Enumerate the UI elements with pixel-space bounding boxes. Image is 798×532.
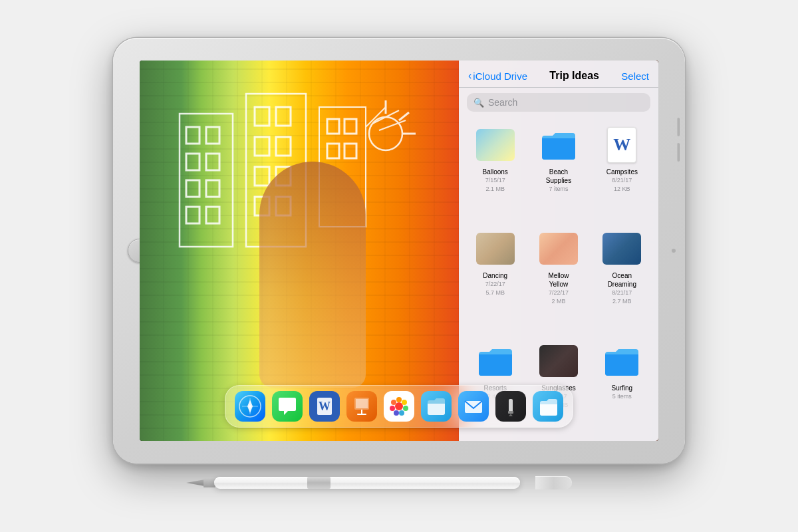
svg-rect-14 [255, 167, 269, 186]
svg-rect-5 [186, 180, 200, 197]
dock-app-photos[interactable] [384, 391, 414, 422]
svg-rect-40 [357, 414, 366, 415]
svg-rect-7 [186, 207, 200, 223]
svg-rect-4 [206, 154, 219, 170]
word-w-icon: W [613, 135, 630, 155]
svg-point-47 [390, 406, 395, 411]
balloons-meta: 7/15/172.1 MB [485, 176, 505, 193]
surfing-icon [602, 341, 642, 381]
svg-rect-51 [508, 411, 513, 414]
svg-rect-21 [327, 144, 339, 158]
svg-marker-52 [509, 414, 513, 416]
beach-supplies-name: BeachSupplies [546, 168, 571, 185]
dock: W [225, 385, 573, 428]
campsites-icon: W [602, 125, 642, 165]
dock-app-dark[interactable] [495, 391, 526, 422]
svg-point-44 [403, 406, 408, 411]
pencil-end-cap [535, 476, 572, 489]
svg-point-34 [249, 405, 251, 408]
mellow-photo [539, 233, 578, 265]
file-item-balloons[interactable]: Balloons 7/15/172.1 MB [466, 121, 525, 221]
files-header: ‹ iCloud Drive Trip Ideas Select [459, 61, 658, 88]
file-item-dancing[interactable]: Dancing 7/22/175.7 MB [466, 225, 525, 333]
volume-buttons [677, 118, 680, 162]
pencil-tip [186, 479, 205, 486]
icloud-drive-back[interactable]: ‹ iCloud Drive [468, 70, 527, 82]
svg-point-26 [369, 117, 402, 150]
svg-point-46 [394, 410, 399, 416]
svg-rect-19 [327, 119, 339, 134]
file-item-surfing[interactable]: Surfing 5 items [593, 337, 652, 437]
apple-pencil [173, 471, 572, 494]
campsites-meta: 8/21/1712 KB [612, 176, 632, 193]
dock-app-files[interactable] [421, 391, 452, 422]
dancing-thumbnail [475, 229, 515, 269]
svg-line-28 [399, 112, 409, 120]
scene: ‹ iCloud Drive Trip Ideas Select 🔍 Searc… [33, 7, 765, 525]
file-item-campsites[interactable]: W Campsites 8/21/1712 KB [593, 121, 652, 221]
file-item-mellow-yellow[interactable]: MellowYellow 7/22/172 MB [529, 225, 588, 333]
ipad-screen: ‹ iCloud Drive Trip Ideas Select 🔍 Searc… [140, 61, 658, 441]
beach-supplies-icon [539, 125, 579, 165]
svg-rect-8 [206, 207, 219, 223]
mellow-yellow-meta: 7/22/172 MB [549, 289, 569, 305]
folder-title: Trip Ideas [549, 70, 599, 82]
pencil-band [307, 477, 331, 489]
file-item-ocean-dreaming[interactable]: OceanDreaming 8/21/172.7 MB [593, 225, 652, 333]
dancing-photo [476, 233, 515, 265]
icloud-drive-label[interactable]: iCloud Drive [473, 70, 527, 82]
dock-app-keynote[interactable] [346, 391, 377, 422]
balloons-photo [476, 129, 515, 161]
svg-rect-20 [344, 119, 356, 134]
svg-rect-38 [356, 399, 368, 408]
svg-rect-3 [186, 154, 200, 170]
ocean-dreaming-name: OceanDreaming [608, 271, 636, 289]
campsites-name: Campsites [606, 168, 638, 176]
svg-rect-12 [255, 137, 269, 156]
svg-rect-6 [206, 180, 219, 197]
svg-rect-22 [344, 144, 356, 158]
dock-app-word[interactable]: W [309, 391, 340, 422]
resorts-icon [475, 341, 515, 381]
ocean-photo [602, 233, 641, 265]
sunglasses-photo [539, 345, 578, 377]
side-dot [672, 249, 676, 253]
svg-point-41 [395, 402, 403, 410]
dock-app-messages[interactable] [272, 391, 303, 422]
mellow-yellow-thumbnail [539, 229, 579, 269]
back-chevron-icon: ‹ [468, 70, 471, 82]
search-bar[interactable]: 🔍 Search [467, 93, 650, 112]
search-input-placeholder: Search [488, 97, 517, 108]
beach-supplies-meta: 7 items [549, 185, 568, 194]
surfing-name: Surfing [611, 384, 632, 392]
dancing-meta: 7/22/175.7 MB [485, 280, 505, 297]
ipad-device: ‹ iCloud Drive Trip Ideas Select 🔍 Searc… [113, 38, 685, 464]
dancing-name: Dancing [483, 271, 507, 280]
svg-point-45 [399, 410, 404, 416]
balloons-thumbnail [475, 125, 515, 165]
svg-rect-11 [276, 107, 291, 126]
pencil-body [214, 477, 520, 489]
svg-rect-10 [255, 107, 269, 126]
volume-down-button[interactable] [677, 143, 680, 162]
dock-app-browse[interactable]: Browse [533, 391, 563, 422]
sunglasses-thumbnail [539, 341, 579, 381]
select-button[interactable]: Select [621, 70, 649, 82]
balloons-name: Balloons [482, 168, 507, 176]
volume-up-button[interactable] [677, 118, 680, 136]
mellow-yellow-name: MellowYellow [548, 271, 569, 289]
surfing-meta: 5 items [612, 392, 632, 401]
svg-rect-2 [206, 127, 219, 144]
svg-point-42 [396, 397, 402, 402]
svg-rect-1 [186, 127, 200, 144]
svg-point-48 [391, 400, 396, 405]
dock-app-safari[interactable] [235, 391, 265, 422]
svg-point-43 [402, 400, 407, 405]
svg-text:W: W [319, 400, 331, 413]
file-item-beach-supplies[interactable]: BeachSupplies 7 items [529, 121, 588, 221]
ocean-dreaming-thumbnail [602, 229, 642, 269]
files-panel: ‹ iCloud Drive Trip Ideas Select 🔍 Searc… [459, 61, 658, 441]
dock-app-mail[interactable] [458, 391, 489, 422]
ocean-dreaming-meta: 8/21/172.7 MB [612, 289, 632, 305]
svg-rect-13 [276, 137, 291, 156]
